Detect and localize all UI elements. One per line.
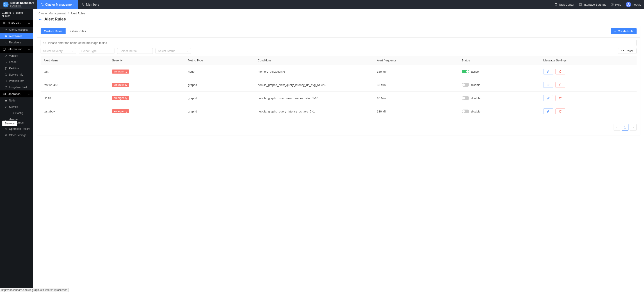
- trash-icon: [559, 70, 562, 73]
- select-severity[interactable]: Select Severity: [40, 48, 76, 54]
- cell-severity: emergency: [109, 92, 185, 105]
- edit-button[interactable]: [543, 69, 553, 74]
- breadcrumb-current: Alert Rules: [71, 12, 85, 15]
- brand-badge: Enterprise: [10, 5, 22, 7]
- cell-actions: [540, 105, 636, 118]
- tab-custom-rules[interactable]: Custom Rules: [41, 28, 66, 34]
- sidebar-item-partition[interactable]: Partition: [0, 65, 33, 72]
- sidebar-item-receivers[interactable]: Receivers: [0, 39, 33, 46]
- cell-severity: emergency: [109, 65, 185, 78]
- sidebar-item-service[interactable]: Service: [0, 104, 33, 110]
- plus-icon: [614, 30, 616, 33]
- sidebar-item-version[interactable]: Version: [0, 53, 33, 59]
- edit-button[interactable]: [543, 108, 553, 114]
- status-toggle[interactable]: [462, 83, 469, 87]
- edit-button[interactable]: [543, 82, 553, 88]
- chevron-down-icon: [72, 50, 74, 52]
- table-row: test123456 emergency graphd nebula_graph…: [40, 78, 636, 92]
- reset-button[interactable]: Reset: [618, 48, 636, 54]
- sidebar-section-operation[interactable]: Operation: [0, 90, 33, 97]
- partition-icon: [4, 67, 7, 70]
- svg-point-24: [44, 42, 45, 44]
- sidebar-item-service-info[interactable]: Service Info: [0, 72, 33, 78]
- sidebar-section-information[interactable]: Information: [0, 46, 33, 53]
- svg-point-2: [82, 3, 83, 4]
- delete-button[interactable]: [556, 82, 565, 88]
- sidebar-item-node[interactable]: Node: [0, 97, 33, 104]
- cell-frequency: 10 Min: [374, 92, 458, 105]
- item-label: Long-term Task: [9, 86, 28, 89]
- svg-rect-11: [6, 67, 7, 68]
- sidebar-section-notification[interactable]: Notification: [0, 20, 33, 27]
- cell-metric-type: node: [185, 65, 254, 78]
- current-label: Current: [2, 11, 11, 14]
- sidebar-item-operation-record[interactable]: Operation Record: [0, 126, 33, 132]
- page-title: Alert Rules: [44, 17, 66, 22]
- item-label: Other Settings: [9, 134, 26, 137]
- cell-frequency: 180 Min: [374, 65, 458, 78]
- database-icon: [3, 48, 6, 51]
- select-label: Select Status: [158, 49, 175, 53]
- cell-metric-type: graphd: [185, 78, 254, 92]
- select-type[interactable]: Select Type: [79, 48, 114, 54]
- status-toggle[interactable]: [462, 96, 469, 100]
- brand-title: Nebula Dashboard: [10, 1, 34, 4]
- th-alert-name: Alert Name: [40, 56, 109, 65]
- status-label: disable: [471, 97, 480, 100]
- sidebar-item-long-term-task[interactable]: Long-term Task: [0, 84, 33, 90]
- chevron-down-icon: [110, 50, 112, 52]
- trash-icon: [559, 97, 562, 100]
- sidebar-item-partition-info[interactable]: Partition Info: [0, 78, 33, 84]
- clock-icon: [4, 73, 7, 76]
- svg-rect-18: [5, 100, 7, 101]
- user-menu[interactable]: nebula: [626, 2, 641, 7]
- sidebar-item-alert-rules[interactable]: Alert Rules: [0, 33, 33, 39]
- back-arrow-icon[interactable]: [38, 17, 42, 21]
- sidebar-item-leader[interactable]: Leader: [0, 59, 33, 65]
- page-number-button[interactable]: 1: [622, 124, 628, 131]
- status-toggle[interactable]: [462, 70, 469, 73]
- edit-button[interactable]: [543, 95, 553, 101]
- item-label: Leader: [9, 60, 17, 64]
- cell-status: disable: [458, 92, 540, 105]
- page-prev-button[interactable]: [614, 124, 620, 131]
- search-input[interactable]: [48, 41, 634, 44]
- sidebar-item-update-config[interactable]: e Config: [0, 110, 33, 116]
- select-metric[interactable]: Select Metric: [117, 48, 153, 54]
- nav-tab-cluster-management[interactable]: Cluster Management: [37, 0, 78, 9]
- sidebar-item-other-settings[interactable]: Other Settings: [0, 132, 33, 138]
- th-status: Status: [458, 56, 540, 65]
- edit-icon: [547, 83, 550, 86]
- sidebar-item-alert-messages[interactable]: Alert Messages: [0, 27, 33, 33]
- search-icon: [43, 41, 46, 44]
- breadcrumb-root[interactable]: Cluster Management: [38, 12, 66, 15]
- page-next-button[interactable]: [630, 124, 636, 131]
- chevron-up-icon: [28, 22, 30, 25]
- select-label: Select Metric: [120, 49, 136, 53]
- item-label: Partition Info: [9, 79, 24, 83]
- cell-alert-name: testabby: [40, 105, 109, 118]
- select-status[interactable]: Select Status: [156, 48, 191, 54]
- brand-logo-icon: [3, 1, 8, 7]
- chevron-up-icon: [28, 93, 30, 95]
- interface-settings-link[interactable]: Interface Settings: [579, 3, 606, 6]
- delete-button[interactable]: [556, 108, 565, 114]
- nav-tab-members[interactable]: Members: [78, 0, 103, 9]
- status-toggle[interactable]: [462, 110, 469, 113]
- svg-rect-16: [3, 93, 6, 94]
- task-center-link[interactable]: Task Center: [554, 3, 574, 6]
- avatar-icon: [626, 2, 631, 7]
- operation-icon: [3, 92, 6, 96]
- help-link[interactable]: Help: [611, 3, 621, 6]
- tab-builtin-rules[interactable]: Built-in Rules: [66, 28, 89, 34]
- search-input-wrapper[interactable]: [40, 40, 636, 46]
- delete-button[interactable]: [556, 95, 565, 101]
- trash-icon: [559, 83, 562, 86]
- node-icon: [4, 99, 7, 102]
- delete-button[interactable]: [556, 69, 565, 74]
- task-center-label: Task Center: [559, 3, 574, 6]
- bell-icon: [4, 28, 7, 31]
- chevron-right-icon: [632, 126, 634, 129]
- cluster-icon: [40, 3, 44, 6]
- create-rule-button[interactable]: Create Rule: [611, 28, 636, 34]
